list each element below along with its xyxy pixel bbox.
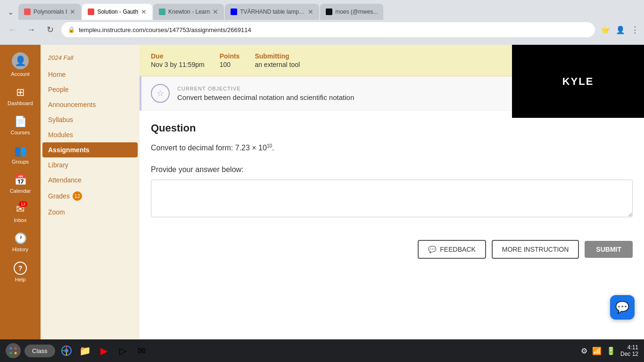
- grades-badge: 12: [73, 191, 82, 201]
- svg-point-3: [15, 352, 17, 354]
- sidebar-link-announcements[interactable]: Announcements: [41, 97, 140, 112]
- tab-close[interactable]: ✕: [141, 8, 147, 16]
- chat-widget[interactable]: 💬: [610, 295, 635, 320]
- submitting-label: Submitting: [255, 52, 300, 60]
- taskbar-class-label: Class: [32, 347, 48, 354]
- sidebar-item-calendar[interactable]: 📅 Calendar: [2, 170, 39, 197]
- sidebar-link-attendance[interactable]: Attendance: [41, 173, 140, 188]
- tab-knewton[interactable]: Knewton - Learn ✕: [153, 4, 224, 20]
- sidebar-link-library[interactable]: Library: [41, 157, 140, 173]
- extensions-area: ⭐ 👤: [599, 23, 627, 36]
- tab-favicon: [88, 8, 94, 15]
- taskbar-files-icon[interactable]: 📁: [78, 343, 93, 358]
- sidebar-item-groups[interactable]: 👥 Groups: [2, 141, 39, 168]
- taskbar-playstore-icon[interactable]: ▷: [116, 343, 131, 358]
- svg-point-5: [65, 349, 68, 353]
- tab-favicon: [231, 8, 237, 15]
- tab-close[interactable]: ✕: [213, 8, 218, 16]
- sidebar-item-history[interactable]: 🕐 History: [2, 229, 39, 256]
- url-text: templeu.instructure.com/courses/147753/a…: [79, 26, 251, 33]
- objective-icon: ☆: [151, 84, 170, 103]
- more-instruction-label: MORE INSTRUCTION: [502, 246, 569, 253]
- sidebar-link-people[interactable]: People: [41, 82, 140, 97]
- extension-btn[interactable]: ⭐: [599, 23, 612, 36]
- question-text-suffix: .: [272, 144, 274, 152]
- sidebar-item-dashboard[interactable]: ⊞ Dashboard: [2, 82, 39, 110]
- profile-btn[interactable]: 👤: [614, 23, 627, 36]
- taskbar-time: 4:11: [620, 344, 638, 351]
- sidebar-item-account[interactable]: 👤 Account: [2, 49, 39, 81]
- sidebar-year: 2024 Fall: [41, 50, 140, 67]
- sidebar-link-syllabus[interactable]: Syllabus: [41, 112, 140, 127]
- due-value: Nov 3 by 11:59pm: [151, 61, 205, 68]
- question-title: Question: [151, 122, 633, 134]
- address-bar[interactable]: 🔒 templeu.instructure.com/courses/147753…: [61, 22, 595, 37]
- tab-title: Solution - Gauth: [97, 8, 138, 15]
- sidebar-link-modules[interactable]: Modules: [41, 127, 140, 142]
- main-content: KYLE Due Nov 3 by 11:59pm Points 100 Sub…: [140, 45, 644, 362]
- nav-label-history: History: [12, 247, 28, 252]
- answer-input[interactable]: [151, 180, 633, 217]
- due-item: Due Nov 3 by 11:59pm: [151, 52, 205, 68]
- taskbar-chrome-icon[interactable]: [59, 343, 74, 358]
- battery-icon: 🔋: [606, 346, 616, 355]
- sidebar-link-home[interactable]: Home: [41, 67, 140, 82]
- submitting-item: Submitting an external tool: [255, 52, 300, 68]
- sidebar-link-assignments[interactable]: Assignments: [42, 142, 138, 157]
- groups-icon: 👥: [14, 145, 27, 157]
- tab-gauth[interactable]: Solution - Gauth ✕: [82, 4, 152, 20]
- taskbar-youtube-icon[interactable]: ▶: [97, 343, 112, 358]
- tab-overflow-btn[interactable]: ⌄: [4, 6, 17, 18]
- lock-icon: 🔒: [68, 26, 75, 33]
- submit-button[interactable]: SUBMIT: [585, 241, 633, 258]
- sidebar-grades-row[interactable]: Grades 12: [41, 188, 140, 205]
- tab-title: moes (@mwes...: [335, 8, 378, 15]
- taskbar-gmail-icon[interactable]: ✉: [134, 343, 149, 358]
- tab-polynomials[interactable]: Polynomials I ✕: [18, 4, 81, 20]
- forward-button[interactable]: →: [24, 22, 39, 37]
- tab-ikea[interactable]: TVÄRHAND table lamp, bla... ✕: [225, 4, 319, 20]
- courses-icon: 📄: [14, 115, 27, 128]
- history-icon: 🕐: [14, 232, 27, 245]
- dashboard-icon: ⊞: [16, 86, 25, 99]
- chrome-menu-icon[interactable]: ⋮: [631, 25, 639, 35]
- calendar-wrap: 📅: [14, 174, 27, 186]
- question-section: Question Convert to decimal form: 7.23 ×…: [140, 111, 644, 240]
- question-text: Convert to decimal form: 7.23 × 1010.: [151, 142, 633, 154]
- address-bar-row: ← → ↻ 🔒 templeu.instructure.com/courses/…: [0, 20, 644, 40]
- points-item: Points 100: [220, 52, 240, 68]
- feedback-button[interactable]: 💬 FEEDBACK: [418, 240, 486, 259]
- submitting-value: an external tool: [255, 61, 300, 68]
- taskbar-right: ⚙ 📶 🔋 4:11 Dec 12: [581, 344, 638, 357]
- reload-button[interactable]: ↻: [42, 22, 58, 37]
- more-instruction-button[interactable]: MORE INSTRUCTION: [492, 240, 579, 259]
- tab-close[interactable]: ✕: [308, 8, 314, 16]
- kyle-overlay: KYLE: [512, 45, 644, 118]
- nav-label-inbox: Inbox: [14, 217, 27, 223]
- objective-text: Convert between decimal notation and sci…: [177, 93, 354, 101]
- tab-title: TVÄRHAND table lamp, bla...: [240, 8, 305, 15]
- nav-label-dashboard: Dashboard: [8, 100, 33, 106]
- taskbar: Class 📁 ▶ ▷ ✉ ⚙ 📶 🔋 4:11 Dec 12: [0, 339, 644, 362]
- tab-title: Polynomials I: [33, 8, 67, 15]
- back-button[interactable]: ←: [5, 22, 20, 37]
- feedback-icon: 💬: [428, 246, 436, 253]
- sidebar-item-courses[interactable]: 📄 Courses: [2, 112, 39, 139]
- taskbar-launcher[interactable]: [6, 343, 21, 358]
- taskbar-settings-icon[interactable]: ⚙: [581, 346, 587, 355]
- sidebar-link-zoom[interactable]: Zoom: [41, 205, 140, 220]
- tab-favicon: [159, 8, 165, 15]
- action-buttons: 💬 FEEDBACK MORE INSTRUCTION SUBMIT: [140, 240, 644, 270]
- provide-text: Provide your answer below:: [151, 165, 633, 174]
- points-value: 100: [220, 61, 240, 68]
- taskbar-class-button[interactable]: Class: [25, 345, 55, 357]
- kyle-name: KYLE: [562, 75, 594, 88]
- tab-tiktok[interactable]: moes (@mwes...: [320, 4, 383, 20]
- sidebar-item-help[interactable]: ? Help: [2, 258, 39, 286]
- course-sidebar: 2024 Fall Home People Announcements Syll…: [41, 45, 140, 362]
- taskbar-date-text: Dec 12: [620, 351, 638, 357]
- sidebar-item-inbox[interactable]: ✉ 13 Inbox: [2, 199, 39, 227]
- tab-close[interactable]: ✕: [70, 8, 75, 16]
- svg-point-0: [10, 347, 12, 350]
- svg-point-2: [10, 352, 12, 354]
